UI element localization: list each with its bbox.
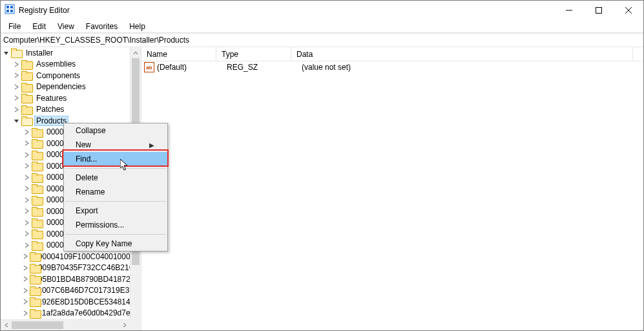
menu-help[interactable]: Help	[124, 21, 151, 32]
string-value-icon: ab	[144, 62, 154, 72]
value-data: (value not set)	[300, 63, 351, 72]
menu-favorites[interactable]: Favorites	[81, 21, 123, 32]
folder-icon	[32, 230, 42, 238]
folder-icon	[32, 219, 42, 227]
scroll-thumb[interactable]	[12, 321, 63, 329]
menu-view[interactable]: View	[52, 21, 79, 32]
svg-rect-6	[596, 7, 602, 13]
chevron-right-icon[interactable]	[23, 196, 30, 204]
column-type[interactable]: Type	[216, 47, 291, 61]
chevron-right-icon[interactable]	[23, 140, 30, 147]
context-menu-item[interactable]: New▶	[64, 138, 167, 152]
address-text: Computer\HKEY_CLASSES_ROOT\Installer\Pro…	[3, 36, 189, 45]
tree-label: 009B70435F732CC46B21C5	[36, 262, 141, 273]
menu-item-label: Copy Key Name	[76, 239, 132, 248]
menu-item-label: New	[76, 140, 91, 149]
folder-icon	[30, 309, 37, 317]
folder-icon	[32, 207, 42, 215]
folder-icon	[30, 252, 34, 261]
close-button[interactable]	[614, 1, 643, 19]
folder-icon	[32, 184, 42, 193]
tree-item[interactable]: Components	[1, 70, 141, 81]
menu-item-label: Find...	[76, 155, 97, 164]
folder-icon	[21, 105, 32, 114]
folder-icon	[30, 286, 33, 295]
chevron-right-icon[interactable]	[12, 72, 20, 80]
titlebar: Registry Editor	[1, 1, 643, 20]
chevron-right-icon[interactable]	[12, 94, 20, 102]
minimize-button[interactable]	[554, 1, 584, 19]
chevron-right-icon[interactable]	[23, 185, 30, 193]
chevron-right-icon[interactable]	[23, 173, 30, 181]
value-type: REG_SZ	[225, 63, 300, 72]
chevron-right-icon[interactable]	[23, 208, 30, 215]
chevron-right-icon[interactable]	[23, 151, 30, 158]
folder-icon	[30, 264, 34, 272]
chevron-right-icon[interactable]	[23, 309, 28, 317]
chevron-right-icon[interactable]	[23, 298, 28, 306]
tree-item[interactable]: 00004109F100C0400100000	[1, 251, 141, 262]
context-menu-item[interactable]: Collapse	[64, 123, 167, 138]
tree-item[interactable]: Patches	[1, 104, 141, 116]
chevron-right-icon[interactable]	[12, 60, 20, 68]
context-menu-item[interactable]: Permissions...	[64, 218, 167, 232]
svg-rect-4	[10, 10, 13, 12]
folder-icon	[21, 116, 32, 125]
tree-item[interactable]: 05B01BD4B8790BD4187297	[1, 273, 141, 285]
tree-item[interactable]: Dependencies	[1, 81, 141, 93]
scroll-up-icon[interactable]	[130, 47, 141, 58]
chevron-right-icon[interactable]	[23, 241, 30, 249]
tree-horizontal-scrollbar[interactable]	[1, 319, 130, 330]
menu-edit[interactable]: Edit	[27, 21, 51, 32]
folder-icon	[32, 128, 42, 136]
column-data[interactable]: Data	[291, 47, 633, 61]
tree-label: 1007C6B46D7C017319E3B5	[36, 285, 141, 295]
tree-label: Installer	[24, 48, 55, 58]
tree-item[interactable]: 1926E8D15D0BCE53481466	[1, 296, 141, 308]
list-row[interactable]: ab (Default) REG_SZ (value not set)	[141, 61, 643, 73]
chevron-right-icon[interactable]	[23, 264, 28, 272]
chevron-right-icon[interactable]	[23, 219, 30, 226]
menu-separator	[65, 234, 166, 235]
chevron-right-icon[interactable]	[12, 105, 20, 113]
tree-item[interactable]: 1af2a8da7e60d0b429d7e64	[1, 308, 141, 319]
menu-item-label: Export	[76, 206, 98, 215]
menu-separator	[65, 168, 166, 169]
menu-item-label: Permissions...	[76, 220, 124, 230]
folder-icon	[21, 60, 32, 69]
maximize-button[interactable]	[584, 1, 614, 19]
list-header: Name Type Data	[141, 47, 643, 61]
tree-scroll-corner	[130, 319, 141, 330]
tree-item[interactable]: Features	[1, 92, 141, 104]
tree-item-installer[interactable]: Installer	[1, 47, 141, 59]
chevron-right-icon[interactable]	[23, 162, 30, 170]
context-menu-item[interactable]: Copy Key Name	[64, 237, 167, 251]
chevron-down-icon[interactable]	[12, 117, 20, 125]
menu-file[interactable]: File	[3, 21, 26, 32]
tree-item[interactable]: 009B70435F732CC46B21C5	[1, 262, 141, 274]
chevron-right-icon[interactable]	[23, 253, 28, 261]
folder-icon	[32, 241, 42, 250]
chevron-right-icon[interactable]	[23, 275, 28, 283]
chevron-right-icon[interactable]	[12, 83, 20, 91]
chevron-right-icon[interactable]	[23, 128, 30, 136]
chevron-right-icon[interactable]	[23, 286, 28, 294]
context-menu-item[interactable]: Find...	[64, 152, 167, 166]
context-menu[interactable]: CollapseNew▶Find...DeleteRenameExportPer…	[63, 123, 168, 251]
tree-item[interactable]: 1007C6B46D7C017319E3B5	[1, 285, 141, 297]
context-menu-item[interactable]: Export	[64, 204, 167, 218]
column-spacer	[633, 47, 643, 61]
folder-icon	[32, 162, 42, 170]
context-menu-item[interactable]: Rename	[64, 185, 167, 199]
tree-item[interactable]: Assemblies	[1, 59, 141, 70]
window-title: Registry Editor	[19, 6, 70, 15]
chevron-right-icon[interactable]	[23, 230, 30, 238]
scroll-left-icon[interactable]	[1, 320, 12, 330]
chevron-down-icon[interactable]	[2, 49, 10, 57]
column-name[interactable]: Name	[141, 47, 216, 61]
address-bar[interactable]: Computer\HKEY_CLASSES_ROOT\Installer\Pro…	[1, 33, 643, 47]
context-menu-item[interactable]: Delete	[64, 171, 167, 185]
folder-icon	[30, 275, 34, 283]
scroll-right-icon[interactable]	[119, 320, 130, 330]
tree-label: Patches	[34, 104, 66, 114]
